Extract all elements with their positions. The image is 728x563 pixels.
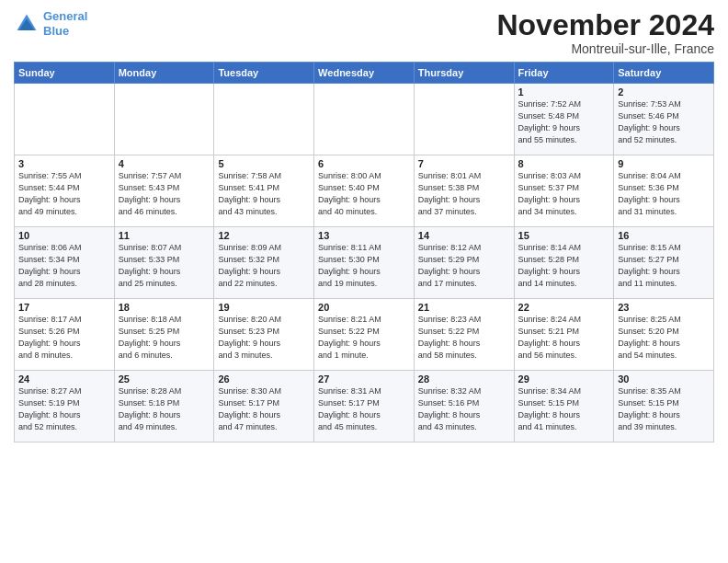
day-info: Sunrise: 8:04 AMSunset: 5:36 PMDaylight:…: [618, 170, 710, 218]
calendar-cell: 8Sunrise: 8:03 AMSunset: 5:37 PMDaylight…: [514, 155, 614, 227]
calendar-cell: 23Sunrise: 8:25 AMSunset: 5:20 PMDayligh…: [614, 299, 714, 371]
col-friday: Friday: [514, 63, 614, 84]
calendar-cell: 21Sunrise: 8:23 AMSunset: 5:22 PMDayligh…: [414, 299, 514, 371]
day-number: 9: [618, 158, 710, 169]
calendar-cell: 30Sunrise: 8:35 AMSunset: 5:15 PMDayligh…: [614, 371, 714, 442]
calendar-week-row: 1Sunrise: 7:52 AMSunset: 5:48 PMDaylight…: [15, 84, 714, 155]
calendar-cell: 9Sunrise: 8:04 AMSunset: 5:36 PMDaylight…: [614, 155, 714, 227]
calendar-cell: 10Sunrise: 8:06 AMSunset: 5:34 PMDayligh…: [15, 227, 115, 299]
day-info: Sunrise: 8:34 AMSunset: 5:15 PMDaylight:…: [518, 385, 610, 433]
day-info: Sunrise: 8:07 AMSunset: 5:33 PMDaylight:…: [119, 242, 210, 290]
day-number: 1: [518, 86, 610, 98]
day-info: Sunrise: 8:27 AMSunset: 5:19 PMDaylight:…: [18, 385, 110, 433]
calendar-cell: 22Sunrise: 8:24 AMSunset: 5:21 PMDayligh…: [514, 299, 614, 371]
calendar-week-row: 17Sunrise: 8:17 AMSunset: 5:26 PMDayligh…: [15, 299, 714, 371]
calendar-cell: 26Sunrise: 8:30 AMSunset: 5:17 PMDayligh…: [214, 371, 314, 442]
day-number: 30: [618, 373, 710, 385]
calendar-cell: 20Sunrise: 8:21 AMSunset: 5:22 PMDayligh…: [314, 299, 415, 371]
day-number: 28: [418, 373, 510, 385]
calendar-cell: 11Sunrise: 8:07 AMSunset: 5:33 PMDayligh…: [114, 227, 214, 299]
day-number: 25: [119, 373, 210, 385]
calendar-cell: 7Sunrise: 8:01 AMSunset: 5:38 PMDaylight…: [414, 155, 514, 227]
calendar-cell: 19Sunrise: 8:20 AMSunset: 5:23 PMDayligh…: [214, 299, 314, 371]
calendar-cell: 14Sunrise: 8:12 AMSunset: 5:29 PMDayligh…: [414, 227, 514, 299]
day-number: 19: [218, 302, 310, 313]
col-sunday: Sunday: [15, 63, 115, 84]
calendar-cell: 3Sunrise: 7:55 AMSunset: 5:44 PMDaylight…: [15, 155, 115, 227]
day-number: 3: [18, 158, 110, 169]
day-info: Sunrise: 7:55 AMSunset: 5:44 PMDaylight:…: [18, 170, 110, 218]
calendar-cell: 28Sunrise: 8:32 AMSunset: 5:16 PMDayligh…: [414, 371, 514, 442]
calendar-cell: 6Sunrise: 8:00 AMSunset: 5:40 PMDaylight…: [314, 155, 415, 227]
day-number: 10: [18, 230, 110, 241]
header: General Blue November 2024 Montreuil-sur…: [14, 9, 714, 56]
day-number: 4: [119, 158, 210, 169]
day-info: Sunrise: 8:03 AMSunset: 5:37 PMDaylight:…: [518, 170, 610, 218]
title-block: November 2024 Montreuil-sur-Ille, France: [496, 9, 714, 56]
location-subtitle: Montreuil-sur-Ille, France: [496, 41, 714, 56]
day-info: Sunrise: 7:52 AMSunset: 5:48 PMDaylight:…: [518, 98, 610, 146]
day-number: 14: [418, 230, 510, 241]
day-number: 16: [618, 230, 710, 241]
calendar-cell: 27Sunrise: 8:31 AMSunset: 5:17 PMDayligh…: [314, 371, 415, 442]
day-number: 18: [119, 302, 210, 313]
day-number: 2: [618, 86, 710, 98]
calendar-cell: [114, 84, 214, 155]
logo-line1: General: [43, 9, 87, 23]
day-number: 15: [518, 230, 610, 241]
day-number: 20: [318, 302, 410, 313]
day-number: 13: [318, 230, 410, 241]
day-info: Sunrise: 8:31 AMSunset: 5:17 PMDaylight:…: [318, 385, 410, 433]
calendar-cell: 16Sunrise: 8:15 AMSunset: 5:27 PMDayligh…: [614, 227, 714, 299]
day-info: Sunrise: 8:20 AMSunset: 5:23 PMDaylight:…: [218, 314, 310, 362]
calendar-cell: [314, 84, 415, 155]
day-info: Sunrise: 8:11 AMSunset: 5:30 PMDaylight:…: [318, 242, 410, 290]
day-number: 21: [418, 302, 510, 313]
day-info: Sunrise: 8:35 AMSunset: 5:15 PMDaylight:…: [618, 385, 710, 433]
calendar-cell: 2Sunrise: 7:53 AMSunset: 5:46 PMDaylight…: [614, 84, 714, 155]
day-info: Sunrise: 8:12 AMSunset: 5:29 PMDaylight:…: [418, 242, 510, 290]
day-number: 6: [318, 158, 410, 169]
day-number: 8: [518, 158, 610, 169]
calendar-cell: 12Sunrise: 8:09 AMSunset: 5:32 PMDayligh…: [214, 227, 314, 299]
day-number: 22: [518, 302, 610, 313]
calendar-cell: 25Sunrise: 8:28 AMSunset: 5:18 PMDayligh…: [114, 371, 214, 442]
day-info: Sunrise: 8:28 AMSunset: 5:18 PMDaylight:…: [119, 385, 210, 433]
day-number: 24: [18, 373, 110, 385]
col-wednesday: Wednesday: [314, 63, 415, 84]
calendar-cell: 18Sunrise: 8:18 AMSunset: 5:25 PMDayligh…: [114, 299, 214, 371]
calendar-cell: [15, 84, 115, 155]
day-info: Sunrise: 8:17 AMSunset: 5:26 PMDaylight:…: [18, 314, 110, 362]
day-info: Sunrise: 8:15 AMSunset: 5:27 PMDaylight:…: [618, 242, 710, 290]
calendar-cell: [214, 84, 314, 155]
day-number: 12: [218, 230, 310, 241]
col-monday: Monday: [114, 63, 214, 84]
logo-text: General Blue: [43, 9, 87, 38]
calendar-cell: 13Sunrise: 8:11 AMSunset: 5:30 PMDayligh…: [314, 227, 415, 299]
day-info: Sunrise: 8:09 AMSunset: 5:32 PMDaylight:…: [218, 242, 310, 290]
day-number: 27: [318, 373, 410, 385]
day-number: 7: [418, 158, 510, 169]
calendar-cell: 29Sunrise: 8:34 AMSunset: 5:15 PMDayligh…: [514, 371, 614, 442]
page-container: General Blue November 2024 Montreuil-sur…: [0, 0, 728, 447]
calendar-week-row: 3Sunrise: 7:55 AMSunset: 5:44 PMDaylight…: [15, 155, 714, 227]
logo-icon: [14, 11, 40, 37]
day-info: Sunrise: 8:32 AMSunset: 5:16 PMDaylight:…: [418, 385, 510, 433]
day-info: Sunrise: 8:01 AMSunset: 5:38 PMDaylight:…: [418, 170, 510, 218]
day-info: Sunrise: 7:53 AMSunset: 5:46 PMDaylight:…: [618, 98, 710, 146]
col-thursday: Thursday: [414, 63, 514, 84]
calendar-cell: 1Sunrise: 7:52 AMSunset: 5:48 PMDaylight…: [514, 84, 614, 155]
calendar-cell: [414, 84, 514, 155]
day-info: Sunrise: 8:18 AMSunset: 5:25 PMDaylight:…: [119, 314, 210, 362]
month-title: November 2024: [496, 9, 714, 41]
day-info: Sunrise: 8:30 AMSunset: 5:17 PMDaylight:…: [218, 385, 310, 433]
logo: General Blue: [14, 9, 87, 38]
calendar-cell: 5Sunrise: 7:58 AMSunset: 5:41 PMDaylight…: [214, 155, 314, 227]
calendar-table: Sunday Monday Tuesday Wednesday Thursday…: [14, 62, 714, 442]
calendar-week-row: 10Sunrise: 8:06 AMSunset: 5:34 PMDayligh…: [15, 227, 714, 299]
day-info: Sunrise: 8:25 AMSunset: 5:20 PMDaylight:…: [618, 314, 710, 362]
day-info: Sunrise: 8:00 AMSunset: 5:40 PMDaylight:…: [318, 170, 410, 218]
calendar-cell: 4Sunrise: 7:57 AMSunset: 5:43 PMDaylight…: [114, 155, 214, 227]
day-info: Sunrise: 8:06 AMSunset: 5:34 PMDaylight:…: [18, 242, 110, 290]
day-number: 5: [218, 158, 310, 169]
